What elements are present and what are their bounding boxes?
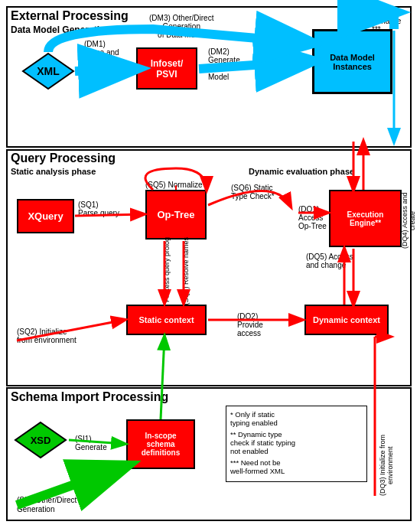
static-context-box: Static context: [126, 305, 207, 335]
serialize-label: Serialize ***: [372, 17, 401, 34]
sq5-label: (SQ5) Normalize: [145, 181, 202, 189]
dynamic-evaluation-subtitle: Dynamic evaluation phase: [249, 167, 354, 176]
dq1-label: (DQ1) Access Op-Tree: [298, 205, 327, 230]
query-processing-title: Query Processing: [11, 152, 116, 165]
external-processing-title: External Processing: [11, 9, 129, 23]
xquery-box: XQuery: [17, 199, 74, 233]
schema-import-title: Schema Import Processing: [11, 390, 168, 404]
si2-sublabel: Generation: [17, 505, 54, 513]
inscope-box: In-scope schema definitions: [126, 419, 195, 469]
xml-diamond: XML: [21, 52, 75, 90]
dq2-label: (DQ2) Provide access: [237, 312, 263, 337]
svg-text:XML: XML: [37, 65, 60, 77]
data-model-instances-box: Data Model Instances: [312, 29, 392, 94]
svg-text:XSD: XSD: [31, 435, 51, 446]
sq4-label: (SQ4) Resolve names: [182, 237, 190, 305]
notes-box: * Only if static typing enabled ** Dynam…: [226, 406, 367, 482]
si1-label: (SI1) Generate: [75, 435, 107, 451]
exec-engine-box: Execution Engine**: [329, 190, 402, 247]
dq5-label: (DQ5) Access and change: [306, 253, 353, 269]
sq1-label: (SQ1) Parse query: [78, 200, 119, 217]
sq2-label: (SQ2) Initialize from environment: [17, 328, 77, 344]
si2-label: (SI2) Other/Direct: [17, 496, 77, 504]
dm3-label: (DM3) Other/Direct Generation of Data Mo…: [149, 14, 213, 39]
dm1-label: (DM1) Parse and optionally validate: [84, 40, 119, 73]
sq6-label: (SQ6) Static Type Check*: [231, 184, 275, 200]
dynamic-context-box: Dynamic context: [304, 305, 389, 335]
diagram: External Processing Data Model Generatio…: [0, 0, 420, 528]
dq4-label: (DQ4) Access and create: [401, 190, 416, 251]
infoset-psvi-box: Infoset/ PSVI: [136, 47, 197, 90]
xsd-diamond: XSD: [14, 421, 67, 459]
dm4-label: (DM4): [373, 8, 395, 16]
static-analysis-subtitle: Static analysis phase: [11, 167, 96, 176]
dm2-label: (DM2) Generate Data Model: [208, 47, 240, 81]
data-model-generation-subtitle: Data Model Generation: [11, 24, 111, 35]
dq3-label: (DQ3) Initialize from environment: [379, 435, 394, 496]
optree-box: Op-Tree: [145, 190, 207, 240]
